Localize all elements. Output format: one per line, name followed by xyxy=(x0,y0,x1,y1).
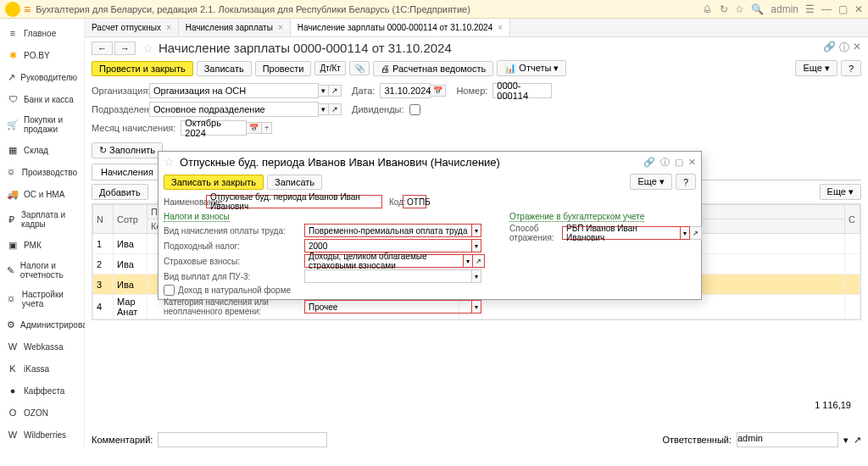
post-close-button[interactable]: Провести и закрыть xyxy=(92,61,193,76)
date-picker[interactable]: 📅 xyxy=(431,85,446,97)
month-step[interactable]: ÷ xyxy=(262,122,272,134)
paytype-input[interactable]: Повременно-премиальная оплата труда xyxy=(304,224,472,237)
payroll-button[interactable]: 🖨 Расчетная ведомость xyxy=(373,61,493,76)
sidebar-item-1[interactable]: ✱PO.BY xyxy=(0,44,84,66)
attach-button[interactable]: 📎 xyxy=(349,61,370,75)
sidebar-item-4[interactable]: 🛒Покупки и продажи xyxy=(0,110,84,139)
tab-close-icon[interactable]: × xyxy=(166,23,171,32)
tab-close-icon[interactable]: × xyxy=(278,23,283,32)
modal-info-icon[interactable]: ⓘ xyxy=(660,156,670,169)
cat-input[interactable]: Прочее xyxy=(304,300,472,313)
sidebar-item-16[interactable]: OOZON xyxy=(0,402,84,424)
org-input[interactable]: Организация на ОСН xyxy=(149,83,319,98)
dept-open[interactable]: ↗ xyxy=(329,103,342,115)
grid-more-button[interactable]: Еще ▾ xyxy=(820,184,861,200)
forward-button[interactable]: → xyxy=(114,42,136,55)
sidebar-item-7[interactable]: 🚚ОС и НМА xyxy=(0,183,84,205)
view-icon[interactable]: ⓘ xyxy=(839,41,849,55)
bell-icon[interactable]: 🕭 xyxy=(703,3,713,15)
org-dropdown[interactable]: ▾ xyxy=(319,85,329,97)
comment-input[interactable] xyxy=(158,432,327,447)
write-button[interactable]: Записать xyxy=(197,61,252,76)
close-doc-icon[interactable]: ✕ xyxy=(853,41,861,55)
star-icon[interactable]: ☆ xyxy=(735,3,744,15)
dept-input[interactable]: Основное подразделение xyxy=(149,102,319,117)
sidebar-item-6[interactable]: ⛭Производство xyxy=(0,161,84,183)
minimize-icon[interactable]: — xyxy=(821,3,832,15)
incometax-dropdown[interactable]: ▾ xyxy=(472,239,481,252)
sidebar-item-17[interactable]: WWildberries xyxy=(0,424,84,446)
modal-close-icon[interactable]: ✕ xyxy=(688,157,696,168)
search-icon[interactable]: 🔍 xyxy=(751,3,764,15)
insurance-dropdown[interactable]: ▾ xyxy=(464,254,473,268)
org-open[interactable]: ↗ xyxy=(329,85,342,97)
refl-dropdown[interactable]: ▾ xyxy=(681,226,690,240)
modal-write-close-button[interactable]: Записать и закрыть xyxy=(164,175,264,190)
maximize-icon[interactable]: ▢ xyxy=(838,3,848,15)
history-icon[interactable]: ↻ xyxy=(720,3,728,15)
natural-checkbox[interactable] xyxy=(164,285,175,296)
modal-write-button[interactable]: Записать xyxy=(267,175,322,190)
refl-label: Способ отражения: xyxy=(509,224,562,242)
sidebar-item-8[interactable]: ₽Зарплата и кадры xyxy=(0,205,84,234)
tax-group-label: Налоги и взносы xyxy=(164,212,230,222)
modal-more-button[interactable]: Еще ▾ xyxy=(630,174,671,190)
modal-max-icon[interactable]: ▢ xyxy=(675,157,683,168)
pu3-dropdown[interactable]: ▾ xyxy=(472,269,481,283)
tab-2[interactable]: Начисление зарплаты 0000-000114 от 31.10… xyxy=(291,19,510,36)
tab-1[interactable]: Начисления зарплаты× xyxy=(179,19,291,36)
subtab-0[interactable]: Начисления xyxy=(92,164,163,180)
refl-open[interactable]: ↗ xyxy=(690,226,702,240)
sidebar-item-3[interactable]: 🛡Банк и касса xyxy=(0,88,84,110)
name-input[interactable]: Отпускные буд. периода Иванов Иван Ивано… xyxy=(206,195,382,208)
paytype-dropdown[interactable]: ▾ xyxy=(472,224,481,237)
sidebar-item-11[interactable]: ⛭Настройки учета xyxy=(0,285,84,313)
tab-close-icon[interactable]: × xyxy=(498,23,503,32)
date-input[interactable]: 31.10.2024 xyxy=(380,83,431,98)
sidebar-item-12[interactable]: ⚙Администрирование xyxy=(0,313,84,336)
sidebar-item-10[interactable]: ✎Налоги и отчетность xyxy=(0,256,84,285)
reports-button[interactable]: 📊 Отчеты ▾ xyxy=(497,60,566,76)
more-button[interactable]: Еще ▾ xyxy=(795,60,837,76)
pu3-input[interactable] xyxy=(304,269,472,283)
sidebar-item-13[interactable]: WWebkassa xyxy=(0,336,84,358)
pu3-label: Вид выплат для ПУ-3: xyxy=(164,272,304,281)
insurance-input[interactable]: Доходы, целиком облагаемые страховыми вз… xyxy=(304,254,464,268)
incometax-input[interactable]: 2000 xyxy=(304,239,472,252)
sidebar-item-0[interactable]: ≡Главное xyxy=(0,22,84,44)
cat-dropdown[interactable]: ▾ xyxy=(472,300,481,313)
resp-open[interactable]: ↗ xyxy=(854,435,861,446)
div-checkbox[interactable] xyxy=(409,104,420,115)
post-button[interactable]: Провести xyxy=(255,61,312,76)
month-input[interactable]: Октябрь 2024 xyxy=(181,120,247,136)
modal-favorite-icon[interactable]: ☆ xyxy=(164,155,175,169)
sidebar-item-15[interactable]: ●Каффеста xyxy=(0,380,84,402)
sidebar-item-14[interactable]: KiKassa xyxy=(0,358,84,380)
modal-help-button[interactable]: ? xyxy=(676,174,696,190)
sidebar-item-9[interactable]: ▣РМК xyxy=(0,234,84,256)
resp-dropdown[interactable]: ▾ xyxy=(843,435,849,446)
dt-kt-button[interactable]: Дт/Кт xyxy=(314,61,346,75)
help-button[interactable]: ? xyxy=(841,60,861,76)
sidebar-label: Склад xyxy=(24,146,48,155)
settings-icon[interactable]: ☰ xyxy=(805,3,815,15)
hamburger-icon[interactable]: ≡ xyxy=(24,3,31,16)
refl-input[interactable]: РБП Иванов Иван Иванович xyxy=(562,226,681,240)
favorite-icon[interactable]: ☆ xyxy=(142,42,153,55)
resp-input[interactable]: admin xyxy=(737,432,838,447)
modal-link-icon[interactable]: 🔗 xyxy=(643,157,655,168)
code-input[interactable]: ОТПБ xyxy=(403,195,426,208)
month-picker[interactable]: 📅 xyxy=(247,122,262,134)
close-icon[interactable]: ✕ xyxy=(854,3,863,15)
fill-button[interactable]: ↻ Заполнить xyxy=(92,142,163,158)
dept-dropdown[interactable]: ▾ xyxy=(319,103,329,115)
num-input[interactable]: 0000-000114 xyxy=(492,83,552,98)
tab-0[interactable]: Расчет отпускных× xyxy=(85,19,179,36)
link-icon[interactable]: 🔗 xyxy=(823,41,836,55)
add-row-button[interactable]: Добавить xyxy=(92,184,148,200)
sidebar-item-2[interactable]: ↗Руководителю xyxy=(0,66,84,88)
user-label[interactable]: admin xyxy=(771,3,798,15)
back-button[interactable]: ← xyxy=(92,42,113,55)
sidebar-item-5[interactable]: ▦Склад xyxy=(0,139,84,161)
insurance-open[interactable]: ↗ xyxy=(473,254,485,268)
